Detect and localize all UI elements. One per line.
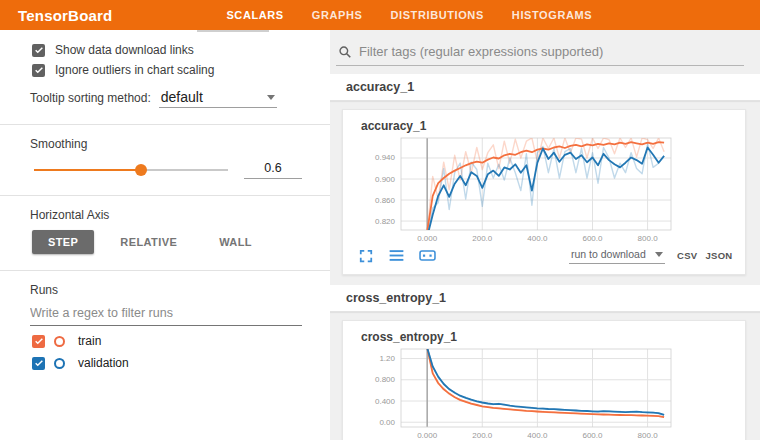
app-title: TensorBoard: [18, 7, 112, 24]
svg-text:0.940: 0.940: [375, 153, 396, 162]
tab-scalars[interactable]: SCALARS: [212, 0, 297, 30]
download-links: CSV JSON: [677, 250, 733, 261]
settings-sidebar: Show data download links Ignore outliers…: [0, 30, 330, 440]
chart-title: cross_entropy_1: [353, 328, 737, 346]
runs-list-icon[interactable]: [389, 248, 406, 263]
svg-text:0.000: 0.000: [417, 234, 438, 243]
csv-download-link[interactable]: CSV: [677, 250, 697, 261]
check-icon: [34, 336, 44, 346]
download-links-checkbox[interactable]: [32, 44, 45, 57]
tab-histograms[interactable]: HISTOGRAMS: [498, 0, 606, 30]
axis-step-button[interactable]: STEP: [32, 230, 94, 254]
filter-tags-row: [336, 40, 744, 66]
run-to-download-dropdown[interactable]: run to download: [569, 247, 665, 264]
check-icon: [34, 65, 44, 75]
validation-color-swatch-icon[interactable]: [54, 358, 65, 369]
section-header-cross-entropy[interactable]: cross_entropy_1: [330, 285, 760, 312]
active-tab-indicator: [197, 30, 269, 32]
tab-graphs[interactable]: GRAPHS: [298, 0, 377, 30]
chevron-down-icon: [267, 95, 275, 100]
run-row-train: train: [0, 330, 330, 352]
horizontal-axis-label: Horizontal Axis: [0, 202, 330, 226]
svg-text:0.400: 0.400: [375, 397, 396, 406]
tooltip-sort-label: Tooltip sorting method:: [30, 91, 151, 105]
chart-title: accuracy_1: [353, 117, 737, 135]
svg-text:400.0: 400.0: [527, 234, 548, 243]
axis-toggle-icon[interactable]: [419, 248, 436, 263]
svg-text:200.0: 200.0: [472, 234, 493, 243]
divider: [0, 195, 330, 196]
ignore-outliers-row: Ignore outliers in chart scaling: [0, 60, 330, 80]
runs-title: Runs: [0, 277, 330, 301]
check-icon: [34, 358, 44, 368]
section-header-accuracy[interactable]: accuracy_1: [330, 74, 760, 101]
chart-footer: run to download CSV JSON: [353, 245, 737, 270]
svg-text:600.0: 600.0: [582, 431, 603, 440]
filter-tags-input[interactable]: [359, 44, 742, 59]
tab-bar: SCALARS GRAPHS DISTRIBUTIONS HISTOGRAMS: [212, 0, 606, 30]
axis-wall-button[interactable]: WALL: [203, 230, 268, 254]
validation-run-label: validation: [78, 356, 129, 370]
divider: [0, 124, 330, 125]
smoothing-label: Smoothing: [0, 131, 330, 155]
run-row-validation: validation: [0, 352, 330, 374]
svg-text:800.0: 800.0: [638, 234, 659, 243]
svg-text:0.00: 0.00: [379, 418, 395, 427]
tooltip-sort-value: default: [161, 89, 203, 105]
slider-fill: [34, 169, 141, 171]
svg-text:400.0: 400.0: [527, 431, 548, 440]
train-run-label: train: [78, 334, 101, 348]
download-links-label: Show data download links: [55, 43, 194, 57]
svg-text:800.0: 800.0: [638, 431, 659, 440]
expand-chart-icon[interactable]: [359, 248, 376, 263]
download-links-row: Show data download links: [0, 40, 330, 60]
runs-regex-input[interactable]: [30, 303, 302, 326]
ignore-outliers-checkbox[interactable]: [32, 64, 45, 77]
tab-distributions[interactable]: DISTRIBUTIONS: [376, 0, 497, 30]
chevron-down-icon: [655, 252, 663, 257]
svg-text:0.900: 0.900: [375, 175, 396, 184]
app-header: TensorBoard SCALARS GRAPHS DISTRIBUTIONS…: [0, 0, 760, 30]
validation-checkbox[interactable]: [32, 357, 45, 370]
search-icon: [338, 45, 352, 59]
check-icon: [34, 45, 44, 55]
train-checkbox[interactable]: [32, 335, 45, 348]
svg-text:600.0: 600.0: [582, 234, 603, 243]
divider: [0, 270, 330, 271]
ignore-outliers-label: Ignore outliers in chart scaling: [55, 63, 214, 77]
svg-text:0.000: 0.000: [417, 431, 438, 440]
smoothing-slider[interactable]: [34, 163, 228, 177]
accuracy-line-chart[interactable]: 0.8200.8600.9000.9400.000200.0400.0600.0…: [353, 135, 733, 245]
smoothing-row: 0.6: [0, 155, 330, 189]
json-download-link[interactable]: JSON: [705, 250, 732, 261]
svg-text:1.20: 1.20: [379, 354, 395, 363]
cross-entropy-line-chart[interactable]: 0.000.4000.8001.200.000200.0400.0600.080…: [353, 346, 733, 440]
horizontal-axis-buttons: STEP RELATIVE WALL: [0, 226, 330, 264]
svg-text:0.800: 0.800: [375, 375, 396, 384]
train-color-swatch-icon[interactable]: [54, 336, 65, 347]
tooltip-sort-dropdown[interactable]: default: [159, 88, 277, 108]
cross-entropy-chart-card: cross_entropy_1 0.000.4000.8001.200.0002…: [342, 320, 746, 440]
svg-text:0.820: 0.820: [375, 217, 396, 226]
axis-relative-button[interactable]: RELATIVE: [104, 230, 193, 254]
smoothing-value-input[interactable]: 0.6: [244, 161, 302, 179]
accuracy-chart-card: accuracy_1 0.8200.8600.9000.9400.000200.…: [342, 109, 746, 275]
run-to-download-label: run to download: [571, 248, 646, 260]
svg-text:0.860: 0.860: [375, 196, 396, 205]
svg-text:200.0: 200.0: [472, 431, 493, 440]
dashboard-main: accuracy_1 accuracy_1 0.8200.8600.9000.9…: [330, 30, 760, 440]
slider-thumb[interactable]: [135, 164, 147, 176]
tooltip-sort-row: Tooltip sorting method: default: [0, 80, 330, 118]
